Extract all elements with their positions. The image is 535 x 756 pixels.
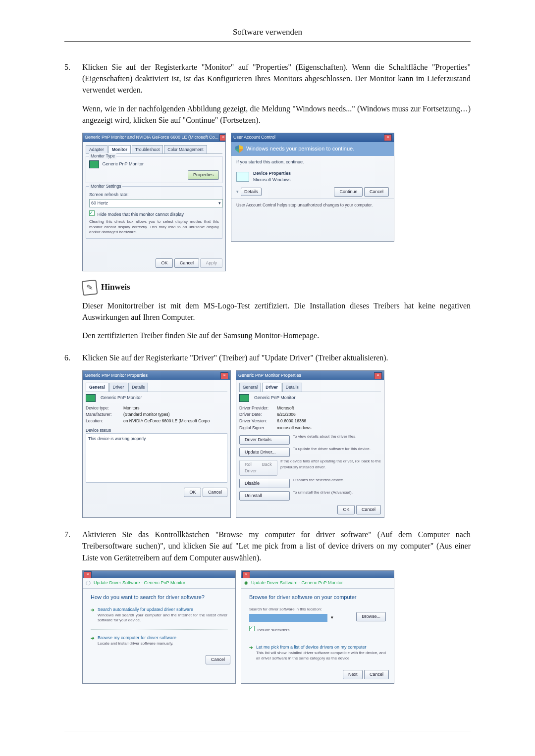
refresh-rate-select[interactable]: 60 Hertz ▾ xyxy=(89,199,223,207)
cancel-button[interactable]: Cancel xyxy=(364,670,389,679)
include-subfolders-label: Include subfolders xyxy=(258,628,290,632)
arrow-icon: ➔ xyxy=(91,635,95,642)
properties-button[interactable]: Properties xyxy=(188,170,219,180)
kv-key: Device type: xyxy=(86,405,120,411)
refresh-rate-label: Screen refresh rate: xyxy=(89,192,219,198)
device-status-box: This device is working properly. xyxy=(86,433,227,483)
cancel-button[interactable]: Cancel xyxy=(206,655,230,664)
step-7-para: Aktivieren Sie das Kontrollkästchen "Bro… xyxy=(82,529,471,563)
wizard-breadcrumb: Update Driver Software - Generic PnP Mon… xyxy=(251,580,343,586)
uac-publisher: Microsoft Windows xyxy=(253,177,291,183)
monitor-properties-dialog: Generic PnP Monitor and NVIDIA GeForce 6… xyxy=(82,133,226,271)
kv-key: Digital Signer: xyxy=(239,425,274,431)
back-icon[interactable]: ◯ xyxy=(86,580,91,586)
option-desc: Windows will search your computer and th… xyxy=(98,613,227,623)
option-label: Search automatically for updated driver … xyxy=(98,606,227,613)
step-5-figures: Generic PnP Monitor and NVIDIA GeForce 6… xyxy=(82,133,471,271)
close-icon[interactable]: × xyxy=(242,571,250,578)
close-icon[interactable]: × xyxy=(384,134,392,141)
cancel-button[interactable]: Cancel xyxy=(203,488,227,497)
dialog-title: Generic PnP Monitor and NVIDIA GeForce 6… xyxy=(85,134,218,141)
uninstall-button[interactable]: Uninstall xyxy=(239,491,290,501)
ok-button[interactable]: OK xyxy=(156,258,173,268)
tab-details[interactable]: Details xyxy=(128,383,148,391)
step-5-para-2: Wenn, wie in der nachfolgenden Abbildung… xyxy=(82,103,471,126)
option-let-me-pick[interactable]: ➔ Let me pick from a list of device driv… xyxy=(249,644,386,661)
kv-val: Monitors xyxy=(123,405,140,411)
cancel-button[interactable]: Cancel xyxy=(356,505,381,514)
btn-desc: To uninstall the driver (Advanced). xyxy=(293,490,353,502)
arrow-icon: ➔ xyxy=(91,607,95,613)
dialog-titlebar: Generic PnP Monitor and NVIDIA GeForce 6… xyxy=(83,133,225,142)
option-search-auto[interactable]: ➔ Search automatically for updated drive… xyxy=(91,606,227,623)
ok-button[interactable]: OK xyxy=(337,505,355,514)
tab-troubleshoot[interactable]: Troubleshoot xyxy=(132,145,163,153)
continue-button[interactable]: Continue xyxy=(334,187,363,197)
refresh-rate-value: 60 Hertz xyxy=(91,200,108,206)
step-5-para-1: Klicken Sie auf der Registerkarte "Monit… xyxy=(82,61,471,96)
rollback-driver-button[interactable]: Roll Back Driver xyxy=(239,460,277,476)
ok-button[interactable]: OK xyxy=(184,488,201,497)
tab-general[interactable]: General xyxy=(239,383,261,391)
tab-monitor[interactable]: Monitor xyxy=(108,145,131,153)
tab-color-management[interactable]: Color Management xyxy=(164,145,207,153)
option-label: Browse my computer for driver software xyxy=(98,635,176,641)
dialog-title: Generic PnP Monitor Properties xyxy=(238,372,301,379)
kv-val: 6.0.6000.16386 xyxy=(277,418,306,424)
tab-driver[interactable]: Driver xyxy=(109,383,128,391)
footer-rule xyxy=(64,732,471,732)
path-input[interactable] xyxy=(249,614,327,622)
kv-key: Driver Date: xyxy=(239,411,274,417)
close-icon[interactable]: × xyxy=(84,571,92,578)
tab-adapter[interactable]: Adapter xyxy=(86,145,107,153)
monitor-icon xyxy=(86,394,96,402)
kv-key: Driver Version: xyxy=(239,418,274,424)
back-icon[interactable]: ◉ xyxy=(244,580,248,586)
close-icon[interactable]: × xyxy=(374,372,382,379)
uac-footer: User Account Control helps stop unauthor… xyxy=(231,199,394,211)
tab-general[interactable]: General xyxy=(86,383,108,391)
document-page: Software verwenden Klicken Sie auf der R… xyxy=(0,0,535,756)
browse-button[interactable]: Browse... xyxy=(356,612,386,621)
wizard-heading: How do you want to search for driver sof… xyxy=(91,594,227,602)
driver-details-button[interactable]: Driver Details xyxy=(239,435,290,445)
uac-subtext: If you started this action, continue. xyxy=(231,156,394,168)
disable-button[interactable]: Disable xyxy=(239,479,290,488)
next-button[interactable]: Next xyxy=(343,670,363,679)
uac-headline: Windows needs your permission to continu… xyxy=(246,145,354,153)
wizard-breadcrumb: Update Driver Software - Generic PnP Mon… xyxy=(94,580,185,586)
btn-desc: To view details about the driver files. xyxy=(293,434,357,446)
btn-desc: If the device fails after updating the d… xyxy=(280,458,381,477)
cancel-button[interactable]: Cancel xyxy=(174,258,199,268)
details-button[interactable]: Details xyxy=(241,188,262,196)
kv-val: Microsoft xyxy=(277,405,294,411)
tab-details[interactable]: Details xyxy=(282,383,302,391)
kv-key: Driver Provider: xyxy=(239,405,274,411)
update-driver-wizard-search: × ◯ Update Driver Software - Generic PnP… xyxy=(82,570,236,684)
step-6-para: Klicken Sie auf der Registerkarte "Drive… xyxy=(82,352,471,363)
note-para-1: Dieser Monitortreiber ist mit dem MS-Log… xyxy=(82,300,471,323)
properties-general-dialog: Generic PnP Monitor Properties × General… xyxy=(82,370,231,518)
close-icon[interactable]: × xyxy=(220,372,228,379)
update-driver-wizard-browse: × ◉ Update Driver Software - Generic PnP… xyxy=(241,570,394,684)
apply-button[interactable]: Apply xyxy=(200,258,222,268)
monitor-settings-label: Monitor Settings xyxy=(89,183,122,189)
kv-key: Location: xyxy=(86,418,120,424)
tab-driver[interactable]: Driver xyxy=(262,383,281,391)
cancel-button[interactable]: Cancel xyxy=(364,187,389,197)
include-subfolders-checkbox[interactable] xyxy=(249,626,255,631)
hide-modes-checkbox[interactable] xyxy=(89,210,95,216)
device-status-label: Device status xyxy=(86,427,227,433)
step-6-figures: Generic PnP Monitor Properties × General… xyxy=(82,370,471,518)
close-icon[interactable]: × xyxy=(219,134,225,141)
header-rule-bottom xyxy=(64,41,471,42)
chevron-down-icon: ▾ xyxy=(236,189,239,195)
note-para-2: Den zertifizierten Treiber finden Sie au… xyxy=(82,330,471,341)
arrow-icon: ➔ xyxy=(249,645,253,651)
kv-val: microsoft windows xyxy=(277,425,311,431)
update-driver-button[interactable]: Update Driver... xyxy=(239,448,290,457)
monitor-icon xyxy=(236,172,249,182)
step-list: Klicken Sie auf der Registerkarte "Monit… xyxy=(64,61,471,684)
option-browse-computer[interactable]: ➔ Browse my computer for driver software… xyxy=(91,635,227,646)
chevron-down-icon: ▾ xyxy=(218,200,221,206)
